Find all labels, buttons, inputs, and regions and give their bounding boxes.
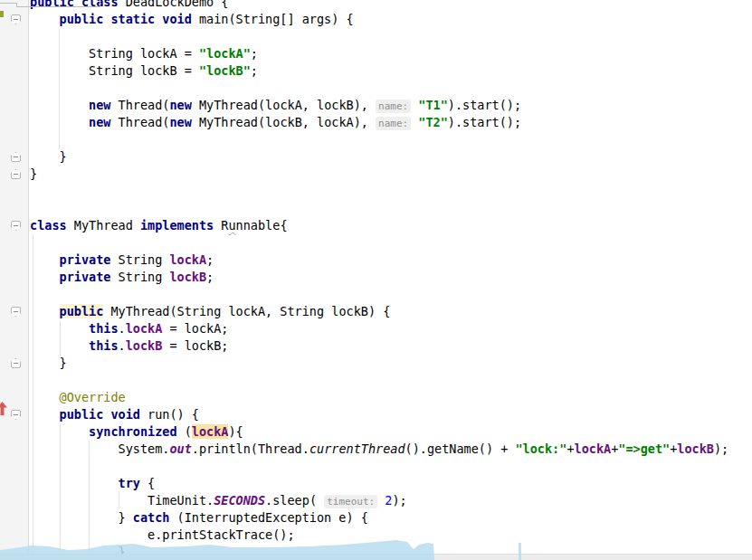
code-text bbox=[30, 270, 60, 284]
code-text: } bbox=[30, 149, 67, 164]
field-name: lockB bbox=[126, 338, 163, 353]
string-literal: "T2" bbox=[418, 115, 448, 129]
code-line[interactable]: this.lockA = lockA; bbox=[0, 320, 752, 337]
code-text bbox=[30, 98, 89, 112]
code-line[interactable] bbox=[0, 80, 752, 97]
code-line[interactable]: TimeUnit.SECONDS.sleep( timeout: 2); bbox=[0, 492, 752, 509]
keyword: new bbox=[169, 98, 191, 112]
code-text: String lockB = bbox=[30, 63, 199, 78]
code-line[interactable]: public MyThread(String lockA, String loc… bbox=[0, 303, 752, 320]
code-text: MyThread(lockA, lockB), bbox=[192, 98, 376, 112]
field-name-highlighted: lockA bbox=[192, 424, 229, 439]
string-literal: "lock:" bbox=[515, 441, 566, 456]
code-line[interactable] bbox=[0, 28, 752, 45]
code-text: nnable{ bbox=[236, 218, 288, 233]
code-text: . bbox=[119, 338, 126, 353]
code-text: run() { bbox=[140, 407, 199, 422]
code-text: (InterruptedException e) { bbox=[169, 510, 367, 525]
code-text: Thread( bbox=[110, 115, 169, 129]
code-line[interactable]: new Thread(new MyThread(lockA, lockB), n… bbox=[0, 97, 752, 114]
code-text: MyThread(String lockA, String lockB) { bbox=[103, 304, 390, 318]
code-line[interactable]: System.out.println(Thread.currentThread(… bbox=[0, 441, 752, 458]
code-line[interactable] bbox=[0, 234, 752, 252]
code-text: } bbox=[30, 510, 133, 525]
field-name: lockA bbox=[126, 321, 163, 336]
code-line[interactable]: this.lockB = lockB; bbox=[0, 337, 752, 355]
keyword: public class bbox=[30, 0, 126, 9]
code-text: } bbox=[30, 356, 67, 370]
code-text bbox=[30, 12, 60, 26]
code-line[interactable]: public static void main(String[] args) { bbox=[0, 11, 752, 28]
code-line[interactable]: } bbox=[0, 148, 752, 166]
code-line[interactable]: String lockA = "lockA"; bbox=[0, 45, 752, 62]
code-line[interactable]: String lockB = "lockB"; bbox=[0, 62, 752, 80]
code-text: .sleep( bbox=[265, 493, 324, 508]
code-line[interactable]: private String lockA; bbox=[0, 252, 752, 269]
code-text: ).start(); bbox=[448, 115, 521, 129]
code-line[interactable] bbox=[0, 183, 752, 200]
code-text: { bbox=[140, 476, 155, 490]
code-text: e.printStackTrace(); bbox=[30, 527, 295, 542]
code-text: . bbox=[119, 321, 126, 336]
code-line[interactable]: public class DeadLockDemo { bbox=[0, 0, 752, 11]
code-text: ().getName() + bbox=[405, 441, 516, 456]
code-text bbox=[30, 252, 60, 267]
code-text: ( bbox=[177, 424, 192, 439]
keyword: new bbox=[89, 115, 110, 129]
code-text bbox=[30, 407, 60, 422]
code-line[interactable] bbox=[0, 131, 752, 148]
code-line[interactable]: } bbox=[0, 166, 752, 183]
keyword: catch bbox=[133, 510, 170, 525]
code-line[interactable]: try { bbox=[0, 475, 752, 492]
code-line[interactable] bbox=[0, 458, 752, 475]
static-method-name: currentThread bbox=[309, 441, 405, 456]
inlay-hint: timeout: bbox=[324, 495, 377, 508]
code-text: = lockB; bbox=[162, 338, 228, 353]
code-text bbox=[30, 304, 60, 318]
keyword: new bbox=[89, 98, 110, 112]
keyword: new bbox=[169, 115, 191, 129]
code-text: String bbox=[110, 270, 169, 284]
code-line[interactable] bbox=[0, 286, 752, 303]
video-progress-track[interactable] bbox=[0, 554, 752, 560]
code-line[interactable]: } catch (InterruptedException e) { bbox=[0, 509, 752, 527]
code-text bbox=[30, 476, 119, 490]
editor-stage: public class DeadLockDemo { public stati… bbox=[0, 0, 752, 560]
keyword-highlighted: public bbox=[60, 304, 104, 318]
keyword: class bbox=[30, 218, 67, 233]
code-text: MyThread(lockB, lockA), bbox=[192, 115, 376, 129]
keyword: private bbox=[60, 252, 111, 267]
code-text: ; bbox=[251, 63, 258, 78]
keyword: implements bbox=[140, 218, 214, 233]
code-line[interactable]: public void run() { bbox=[0, 406, 752, 423]
code-text: ; bbox=[206, 270, 214, 284]
code-line[interactable]: @Override bbox=[0, 389, 752, 406]
code-line[interactable]: e.printStackTrace(); bbox=[0, 527, 752, 544]
keyword: public void bbox=[60, 407, 140, 422]
code-text: String bbox=[110, 252, 169, 267]
code-line[interactable] bbox=[0, 200, 752, 217]
inlay-hint: name: bbox=[376, 117, 411, 130]
keyword: this bbox=[89, 321, 119, 336]
code-text: + bbox=[566, 441, 574, 456]
code-text bbox=[30, 115, 89, 129]
code-text bbox=[30, 321, 89, 336]
code-line[interactable]: class MyThread implements Runnable{ bbox=[0, 217, 752, 234]
string-literal: "lockB" bbox=[199, 63, 251, 78]
code-text: ){ bbox=[228, 424, 243, 439]
code-text bbox=[30, 390, 60, 404]
keyword: try bbox=[119, 476, 140, 490]
static-field-name: out bbox=[169, 441, 191, 456]
keyword: synchronized bbox=[89, 424, 177, 439]
keyword: this bbox=[89, 338, 119, 353]
code-line[interactable]: synchronized (lockA){ bbox=[0, 423, 752, 441]
code-line[interactable] bbox=[0, 372, 752, 389]
annotation: @Override bbox=[60, 390, 126, 404]
code-text: MyThread bbox=[67, 218, 140, 233]
code-area[interactable]: public class DeadLockDemo { public stati… bbox=[0, 0, 752, 560]
keyword: public static void bbox=[60, 12, 199, 26]
code-text: } bbox=[30, 166, 37, 181]
code-line[interactable]: new Thread(new MyThread(lockB, lockA), n… bbox=[0, 114, 752, 131]
code-line[interactable]: private String lockB; bbox=[0, 269, 752, 286]
code-line[interactable]: } bbox=[0, 355, 752, 372]
